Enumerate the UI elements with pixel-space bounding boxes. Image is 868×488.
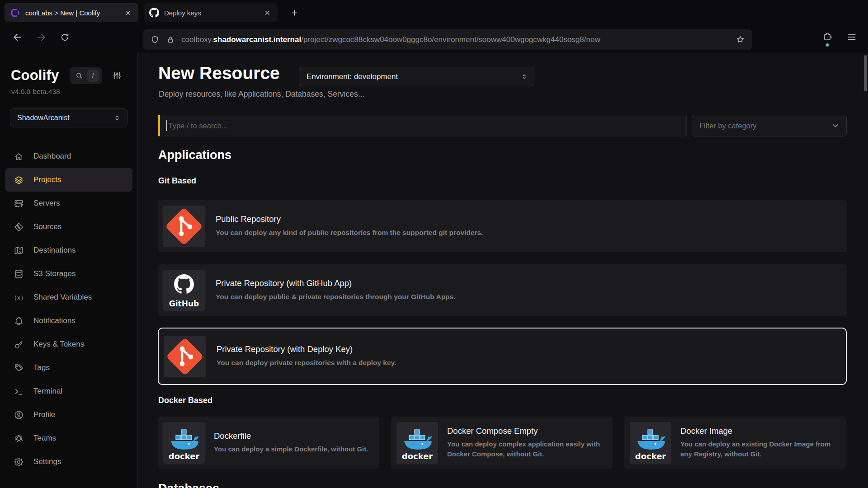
users-icon: [14, 433, 24, 444]
page-subtitle: Deploy resources, like Applications, Dat…: [159, 89, 364, 99]
docker-based-heading: Docker Based: [158, 396, 212, 405]
card-docker-image[interactable]: docker Docker Image You can deploy an ex…: [624, 417, 846, 469]
chevron-down-icon: [831, 121, 840, 130]
git-logo: [163, 206, 205, 247]
svg-text:(x): (x): [14, 294, 24, 300]
chevron-updown-icon: [520, 73, 528, 80]
bell-icon: [14, 316, 24, 326]
svg-text:docker: docker: [635, 451, 666, 461]
docker-logo: docker: [396, 422, 438, 464]
sidebar-nav: Dashboard Projects Servers Sources Desti…: [0, 145, 137, 474]
browser-toolbar: coolboxy.shadowarcanist.internal/project…: [0, 25, 868, 53]
card-title: Private Repository (with Deploy Key): [217, 344, 396, 354]
menu-icon[interactable]: [846, 32, 857, 42]
card-title: Dockerfile: [214, 431, 368, 441]
search-placeholder: Type / to search...: [169, 122, 228, 130]
sidebar-search-button[interactable]: /: [70, 67, 102, 84]
home-icon: [14, 151, 24, 162]
back-icon[interactable]: [12, 32, 23, 43]
sidebar-item-profile[interactable]: Profile: [5, 403, 132, 427]
main-content: New Resource Environment: development De…: [138, 53, 868, 488]
coolify-favicon-icon: [10, 8, 20, 18]
chevron-updown-icon: [113, 114, 121, 122]
docker-logo: docker: [163, 422, 205, 464]
git-logo: [164, 336, 206, 377]
tab-title: coolLabs > New | Coolify: [25, 9, 118, 17]
sidebar-item-terminal[interactable]: Terminal: [5, 380, 132, 403]
sidebar: Coolify / v4.0.0-beta.438 ShadowArcanist…: [0, 53, 138, 488]
sidebar-item-shared-variables[interactable]: (x) Shared Variables: [5, 286, 132, 309]
forward-icon[interactable]: [36, 32, 47, 43]
close-icon[interactable]: [262, 8, 272, 18]
github-logo: GitHub: [163, 270, 205, 311]
url-bar[interactable]: coolboxy.shadowarcanist.internal/project…: [143, 29, 752, 50]
tag-icon: [14, 363, 24, 373]
app-logo-text: Coolify: [11, 67, 59, 84]
category-filter-select[interactable]: Filter by category: [692, 115, 847, 136]
sidebar-item-keys-tokens[interactable]: Keys & Tokens: [5, 333, 132, 356]
applications-heading: Applications: [158, 148, 231, 162]
server-icon: [14, 198, 24, 209]
lock-icon[interactable]: [166, 35, 175, 44]
team-select[interactable]: ShadowArcanist: [10, 108, 127, 127]
app-version: v4.0.0-beta.438: [0, 84, 137, 96]
sidebar-item-settings[interactable]: Settings: [5, 450, 132, 474]
svg-text:GitHub: GitHub: [169, 299, 199, 308]
svg-text:docker: docker: [169, 451, 200, 461]
card-public-repository[interactable]: Public Repository You can deploy any kin…: [158, 200, 847, 252]
sidebar-item-servers[interactable]: Servers: [5, 192, 132, 215]
card-title: Private Repository (with GitHub App): [216, 278, 456, 288]
card-title: Docker Compose Empty: [447, 426, 604, 436]
new-tab-button[interactable]: [288, 6, 301, 19]
database-icon: [14, 269, 24, 279]
docker-cards-row: docker Dockerfile You can deploy a simpl…: [158, 417, 847, 469]
card-description: You can deploy private repositories with…: [217, 357, 396, 368]
card-description: You can deploy any kind of public reposi…: [216, 227, 483, 238]
sidebar-item-sources[interactable]: Sources: [5, 215, 132, 239]
extension-status-dot: [826, 43, 829, 47]
browser-tab-bar: coolLabs > New | Coolify Deploy keys: [0, 0, 868, 25]
tab-coolify[interactable]: coolLabs > New | Coolify: [5, 3, 138, 22]
docker-logo: docker: [630, 422, 671, 464]
sidebar-item-notifications[interactable]: Notifications: [5, 309, 132, 333]
card-description: You can deploy an existing Docker Image …: [680, 439, 838, 460]
sliders-icon[interactable]: [112, 70, 122, 80]
card-description: You can deploy complex application easil…: [447, 439, 604, 460]
scrollbar-thumb[interactable]: [864, 55, 867, 91]
sidebar-item-tags[interactable]: Tags: [5, 356, 132, 380]
star-icon[interactable]: [736, 35, 745, 44]
search-icon: [75, 71, 84, 80]
github-favicon-icon: [149, 8, 159, 18]
card-description: You can deploy public & private reposito…: [216, 291, 456, 302]
svg-text:docker: docker: [402, 451, 433, 461]
terminal-icon: [14, 386, 24, 397]
close-icon[interactable]: [123, 8, 133, 18]
reload-icon[interactable]: [60, 32, 70, 42]
card-private-repository-github-app[interactable]: GitHub Private Repository (with GitHub A…: [158, 264, 847, 316]
shield-icon[interactable]: [150, 35, 160, 44]
map-icon: [14, 245, 24, 256]
sidebar-item-projects[interactable]: Projects: [5, 168, 132, 192]
key-icon: [14, 339, 24, 350]
url-text: coolboxy.shadowarcanist.internal/project…: [181, 35, 736, 44]
git-based-heading: Git Based: [158, 176, 196, 186]
card-dockerfile[interactable]: docker Dockerfile You can deploy a simpl…: [158, 417, 379, 469]
sidebar-item-teams[interactable]: Teams: [5, 427, 132, 450]
environment-select[interactable]: Environment: development: [299, 67, 534, 86]
sidebar-item-dashboard[interactable]: Dashboard: [5, 145, 132, 168]
search-shortcut-hint: /: [87, 70, 99, 82]
tab-github[interactable]: Deploy keys: [144, 3, 278, 22]
card-private-repository-deploy-key[interactable]: Private Repository (with Deploy Key) You…: [158, 328, 847, 385]
card-docker-compose-empty[interactable]: docker Docker Compose Empty You can depl…: [391, 417, 613, 469]
sidebar-item-destinations[interactable]: Destinations: [5, 239, 132, 262]
page-title: New Resource: [158, 63, 280, 83]
resource-search-input[interactable]: Type / to search...: [158, 115, 687, 136]
layers-icon: [14, 175, 24, 185]
card-title: Docker Image: [680, 426, 838, 436]
screen: coolLabs > New | Coolify Deploy keys: [0, 0, 868, 488]
extensions-puzzle-icon[interactable]: [822, 32, 833, 42]
tab-title: Deploy keys: [164, 9, 257, 17]
gear-icon: [14, 457, 24, 467]
sidebar-item-s3-storages[interactable]: S3 Storages: [5, 262, 132, 286]
card-title: Public Repository: [216, 214, 483, 224]
